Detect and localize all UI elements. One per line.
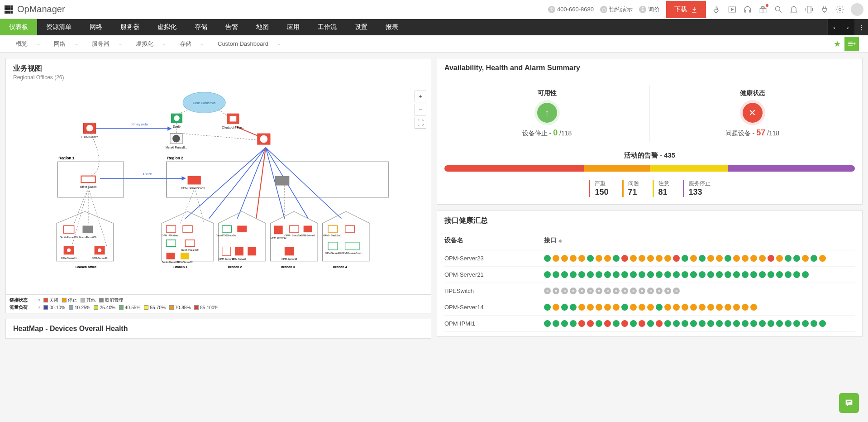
svg-rect-55 xyxy=(237,225,247,232)
svg-rect-25 xyxy=(81,176,95,183)
svg-rect-46 xyxy=(167,240,176,247)
svg-rect-43 xyxy=(167,225,176,232)
zoom-in-button[interactable]: + xyxy=(415,91,426,102)
nav-10[interactable]: 设置 xyxy=(346,19,377,35)
favorite-icon[interactable]: ★ xyxy=(834,39,841,49)
play-icon[interactable] xyxy=(728,5,737,14)
search-icon[interactable] xyxy=(774,5,783,14)
nav-2[interactable]: 网络 xyxy=(81,19,111,35)
business-view-panel: 业务视图 Regional Offices (26) + − ⛶ Cloud C… xyxy=(5,58,431,313)
svg-rect-32 xyxy=(64,225,74,233)
mobile-icon[interactable] xyxy=(805,5,814,14)
interface-health-panel: 接口健康汇总 设备名 接口◆ OPM-Server23OPM-Server21H… xyxy=(437,210,863,337)
svg-rect-31 xyxy=(275,176,289,186)
svg-rect-59 xyxy=(248,247,256,255)
plug-icon[interactable] xyxy=(820,5,829,14)
svg-text:Meraki Firewall...: Meraki Firewall... xyxy=(166,146,187,149)
nav-0[interactable]: 仪表板 xyxy=(0,19,37,35)
download-button[interactable]: 下载 xyxy=(666,1,706,18)
gear-icon[interactable] xyxy=(835,5,844,14)
svg-rect-58 xyxy=(235,247,243,255)
svg-text:ITOM Router: ITOM Router xyxy=(81,135,98,139)
col-device[interactable]: 设备名 xyxy=(444,236,544,245)
svg-rect-76 xyxy=(345,242,359,250)
nav-1[interactable]: 资源清单 xyxy=(37,19,81,35)
svg-text:OPM - StackSwi...: OPM - StackSwi... xyxy=(323,234,342,237)
iface-row[interactable]: OPM-IPMI1 xyxy=(444,316,855,332)
iface-row[interactable]: OPM-Server23 xyxy=(444,250,855,267)
quote-link[interactable]: $询价 xyxy=(639,5,660,14)
zoom-out-button[interactable]: − xyxy=(415,104,426,115)
subnav-4[interactable]: 存储⌄ xyxy=(173,40,211,48)
nav-next[interactable]: › xyxy=(841,19,854,35)
apps-grid-icon[interactable] xyxy=(5,5,13,14)
svg-rect-54 xyxy=(222,225,232,232)
svg-rect-63 xyxy=(274,225,283,234)
health-block: 健康状态 ✕ 问题设备 - 57 /118 xyxy=(649,85,855,142)
svg-rect-33 xyxy=(82,225,93,233)
svg-point-19 xyxy=(172,135,180,143)
nav-7[interactable]: 地图 xyxy=(247,19,278,35)
arrow-up-icon: ↑ xyxy=(537,103,557,123)
svg-rect-75 xyxy=(328,242,338,250)
svg-rect-64 xyxy=(289,225,299,232)
severity-yel[interactable]: 注意81 xyxy=(653,180,669,197)
download-icon xyxy=(691,6,698,13)
subnav-0[interactable]: 概览⌄ xyxy=(9,40,47,48)
svg-rect-44 xyxy=(183,225,192,232)
svg-text:OPM-Server10: OPM-Server10 xyxy=(92,257,108,259)
nav-8[interactable]: 应用 xyxy=(278,19,309,35)
svg-text:OPM-Server12: OPM-Server12 xyxy=(177,261,193,264)
gift-icon[interactable] xyxy=(758,5,768,14)
svg-point-10 xyxy=(86,125,93,132)
nav-11[interactable]: 报表 xyxy=(377,19,407,35)
iface-title: 接口健康汇总 xyxy=(437,211,862,231)
svg-text:Branch 2: Branch 2 xyxy=(228,265,242,269)
nav-4[interactable]: 虚拟化 xyxy=(148,19,186,35)
svg-text:North-Plaza-009: North-Plaza-009 xyxy=(79,236,96,239)
clock-icon: ◷ xyxy=(600,6,607,13)
severity-pur[interactable]: 服务停止133 xyxy=(683,180,711,197)
subnav-1[interactable]: 网络⌄ xyxy=(47,40,85,48)
fullscreen-button[interactable]: ⛶ xyxy=(415,117,426,129)
user-avatar[interactable] xyxy=(851,3,863,16)
nav-6[interactable]: 告警 xyxy=(216,19,247,35)
nav-3[interactable]: 服务器 xyxy=(111,19,148,35)
panel-subtitle: Regional Offices (26) xyxy=(13,74,424,81)
svg-text:Branch 3: Branch 3 xyxy=(281,265,295,269)
topology-map[interactable]: + − ⛶ Cloud Connection primary router xyxy=(6,86,431,294)
iface-row[interactable]: HPESwitch xyxy=(444,283,855,299)
svg-rect-65 xyxy=(304,225,312,232)
svg-point-2 xyxy=(775,6,780,11)
nav-more-icon[interactable]: ⋮ xyxy=(854,19,868,35)
headset-icon[interactable] xyxy=(743,5,752,14)
svg-point-4 xyxy=(839,8,841,10)
sort-icon: ◆ xyxy=(558,238,562,243)
nav-9[interactable]: 工作流 xyxy=(309,19,346,35)
svg-text:OPM-DomainContr...: OPM-DomainContr... xyxy=(181,187,207,190)
svg-text:Office Switch: Office Switch xyxy=(80,185,97,188)
svg-text:Region 1: Region 1 xyxy=(58,156,75,160)
subnav-3[interactable]: 虚拟化⌄ xyxy=(129,40,173,48)
subnav-5[interactable]: Custom Dashboard⌄ xyxy=(211,40,288,48)
svg-text:OPM-Server13: OPM-Server13 xyxy=(271,236,286,239)
subnav-2[interactable]: 服务器⌄ xyxy=(85,40,129,48)
svg-text:OPM-DomainContr...: OPM-DomainContr... xyxy=(341,252,363,254)
alarm-bar xyxy=(444,165,855,172)
nav-prev[interactable]: ‹ xyxy=(827,19,841,35)
bell-icon[interactable] xyxy=(789,5,798,14)
phone-number: ✆400-660-8680 xyxy=(548,6,594,13)
add-dashboard-button[interactable]: ≡+ xyxy=(844,37,859,51)
col-interface[interactable]: 接口◆ xyxy=(544,236,562,245)
main-nav: 仪表板资源清单网络服务器虚拟化存储告警地图应用工作流设置报表 ‹ › ⋮ xyxy=(0,19,868,35)
iface-row[interactable]: OPM-Server14 xyxy=(444,299,855,316)
severity-org[interactable]: 问题71 xyxy=(622,180,639,197)
svg-text:OPM - StackSwi...: OPM - StackSwi... xyxy=(285,234,304,237)
severity-red[interactable]: 严重150 xyxy=(589,180,608,197)
demo-link[interactable]: ◷预约演示 xyxy=(600,5,633,14)
iface-row[interactable]: OPM-Server21 xyxy=(444,267,855,283)
topology-legend: 链接状态 ? 关闭 停止 其他 取消管理 流量负荷 ? 00-10% 10-25… xyxy=(6,294,431,313)
nav-5[interactable]: 存储 xyxy=(186,19,216,35)
rocket-icon[interactable] xyxy=(712,5,721,14)
dollar-icon: $ xyxy=(639,6,646,13)
